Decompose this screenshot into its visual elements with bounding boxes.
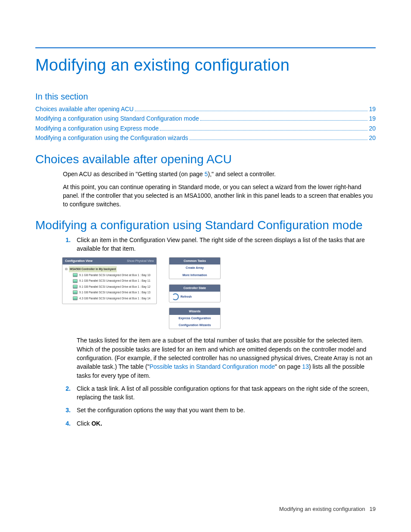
toc-page: 19: [369, 104, 376, 114]
page-footer: Modifying an existing configuration 19: [279, 506, 376, 512]
list-item: 1. Click an item in the Configuration Vi…: [56, 236, 376, 253]
toc-label: Choices available after opening ACU: [35, 104, 134, 114]
toc-heading: In this section: [35, 92, 376, 102]
step-number: 2.: [56, 384, 77, 402]
wizard-link-express[interactable]: Express Configuration: [169, 315, 220, 322]
step-text: Click a task link. A list of all possibl…: [77, 384, 376, 402]
section-body: Open ACU as described in "Getting starte…: [35, 170, 376, 209]
drive-label: 9.1 GB Parallel SCSI Unassigned Drive at…: [79, 285, 150, 289]
toc-page: 19: [369, 114, 376, 123]
toc-leader: [200, 115, 368, 121]
step-number: 1.: [56, 236, 77, 253]
toc-entry[interactable]: Modifying a configuration using Standard…: [35, 114, 376, 123]
step-text: Set the configuration options the way th…: [77, 406, 376, 414]
panel-header: Controller State: [169, 285, 220, 292]
tree-expander[interactable]: ⊟: [65, 267, 68, 271]
toc-leader: [160, 124, 367, 131]
refresh-link[interactable]: Refresh: [169, 292, 220, 302]
embedded-screenshot: Configuration View Show Physical View ⊟ …: [62, 257, 376, 329]
common-tasks-panel: Common Tasks Create Array More Informati…: [169, 257, 221, 279]
toc-label: Modifying a configuration using the Conf…: [35, 133, 188, 143]
drive-label: 9.1 GB Parallel SCSI Unassigned Drive at…: [79, 290, 150, 294]
panel-header: Configuration View Show Physical View: [62, 258, 156, 264]
panel-header: Common Tasks: [169, 258, 220, 264]
tree-view: ⊟ MSA500 Controller in My backyard 9.1 G…: [62, 264, 156, 304]
toc-entry[interactable]: Modifying a configuration using the Conf…: [35, 133, 376, 143]
list-item: 4. Click OK.: [56, 419, 376, 428]
drive-icon: [73, 285, 78, 289]
footer-title: Modifying an existing configuration: [279, 506, 365, 512]
paragraph: At this point, you can continue operatin…: [63, 183, 376, 209]
step-text: Click an item in the Configuration View …: [77, 236, 376, 253]
step-text: Click OK.: [77, 419, 376, 428]
tree-root-node[interactable]: MSA500 Controller in My backyard: [69, 266, 117, 272]
section-heading-choices: Choices available after opening ACU: [35, 152, 376, 166]
step-number: 4.: [56, 419, 77, 428]
table-of-contents: Choices available after opening ACU 19 M…: [35, 104, 376, 143]
toc-label: Modifying a configuration using Express …: [35, 124, 159, 133]
drive-icon: [73, 290, 78, 294]
drive-label: 9.1 GB Parallel SCSI Unassigned Drive at…: [79, 273, 150, 277]
cross-ref-link[interactable]: Possible tasks in Standard Configuration…: [149, 363, 275, 370]
text: " on page: [275, 363, 302, 370]
tree-item[interactable]: 4.3 GB Parallel SCSI Unassigned Drive at…: [65, 296, 154, 301]
text: )," and select a controller.: [208, 171, 276, 177]
ok-label: OK.: [91, 420, 102, 427]
toc-entry[interactable]: Choices available after opening ACU 19: [35, 104, 376, 114]
refresh-icon: [172, 293, 179, 300]
list-item: 2. Click a task link. A list of all poss…: [56, 384, 376, 402]
config-view-panel: Configuration View Show Physical View ⊟ …: [62, 257, 157, 329]
drive-label: 9.1 GB Parallel SCSI Unassigned Drive at…: [79, 279, 150, 283]
toc-leader: [135, 105, 367, 111]
ordered-steps: 1. Click an item in the Configuration Vi…: [35, 236, 376, 428]
panel-title: Common Tasks: [184, 259, 206, 263]
panel-title: Wizards: [189, 309, 201, 314]
page-link[interactable]: 13: [302, 363, 309, 370]
wizard-link-config[interactable]: Configuration Wizards: [169, 322, 220, 329]
toc-page: 20: [369, 133, 376, 143]
page-link[interactable]: 5: [205, 171, 208, 177]
tree-item[interactable]: 9.1 GB Parallel SCSI Unassigned Drive at…: [65, 284, 154, 289]
panel-title: Configuration View: [65, 259, 93, 263]
paragraph: Open ACU as described in "Getting starte…: [63, 170, 376, 178]
panel-title: Controller State: [184, 286, 206, 290]
paragraph: The tasks listed for the item are a subs…: [77, 336, 376, 380]
text: Click: [77, 420, 91, 427]
page-title: Modifying an existing configuration: [35, 56, 376, 75]
drive-label: 4.3 GB Parallel SCSI Unassigned Drive at…: [79, 296, 150, 300]
toc-entry[interactable]: Modifying a configuration using Express …: [35, 124, 376, 133]
top-rule: [35, 47, 376, 48]
list-item: 3. Set the configuration options the way…: [56, 406, 376, 414]
drive-icon: [73, 273, 78, 277]
tree-item[interactable]: 9.1 GB Parallel SCSI Unassigned Drive at…: [65, 289, 154, 295]
text: Open ACU as described in "Getting starte…: [63, 171, 205, 177]
tasks-column: Common Tasks Create Array More Informati…: [169, 257, 221, 329]
refresh-label: Refresh: [181, 295, 192, 299]
task-link-create-array[interactable]: Create Array: [169, 264, 220, 271]
tree-item[interactable]: 9.1 GB Parallel SCSI Unassigned Drive at…: [65, 272, 154, 278]
step1-continuation: The tasks listed for the item are a subs…: [56, 336, 376, 380]
toc-label: Modifying a configuration using Standard…: [35, 114, 199, 123]
document-page: Modifying an existing configuration In t…: [0, 0, 411, 532]
section-heading-standard-mode: Modifying a configuration using Standard…: [35, 218, 376, 232]
wizards-panel: Wizards Express Configuration Configurat…: [169, 308, 221, 329]
drive-icon: [73, 279, 78, 283]
tree-item[interactable]: 9.1 GB Parallel SCSI Unassigned Drive at…: [65, 278, 154, 283]
toc-leader: [190, 134, 368, 140]
footer-page-number: 19: [370, 506, 376, 512]
panel-header: Wizards: [169, 308, 220, 315]
panel: Configuration View Show Physical View ⊟ …: [62, 257, 157, 304]
toc-page: 20: [369, 124, 376, 133]
task-link-more-info[interactable]: More Information: [169, 272, 220, 279]
drive-icon: [73, 296, 78, 300]
step-number: 3.: [56, 406, 77, 414]
panel-toggle-link[interactable]: Show Physical View: [127, 259, 154, 263]
controller-state-panel: Controller State Refresh: [169, 284, 221, 302]
